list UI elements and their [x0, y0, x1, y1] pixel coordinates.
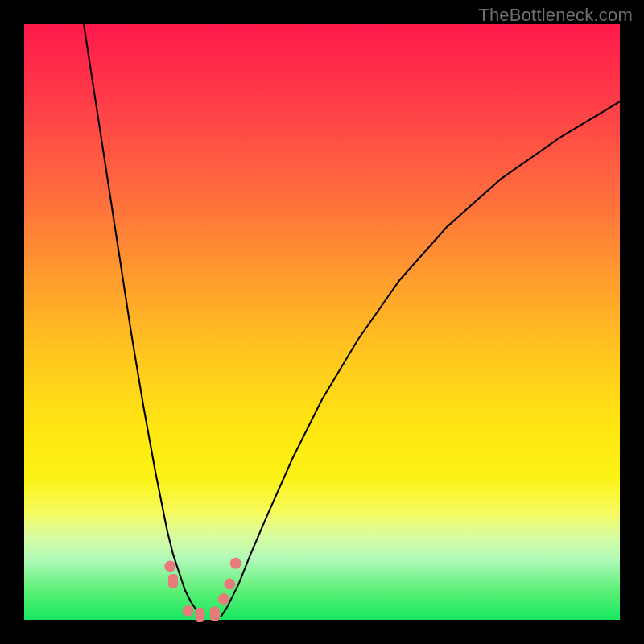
right-curve — [221, 101, 620, 617]
marker-point — [195, 608, 204, 622]
plot-area — [24, 24, 620, 620]
marker-point — [183, 605, 194, 617]
marker-point — [210, 607, 220, 621]
left-curve — [84, 24, 203, 617]
marker-point — [164, 560, 175, 572]
marker-point — [218, 593, 229, 605]
watermark-text: TheBottleneck.com — [478, 5, 633, 26]
curve-svg — [24, 24, 620, 620]
marker-point — [224, 579, 235, 590]
marker-group — [164, 558, 241, 622]
marker-point — [168, 574, 178, 588]
marker-point — [230, 558, 242, 569]
chart-frame: TheBottleneck.com — [0, 0, 644, 644]
